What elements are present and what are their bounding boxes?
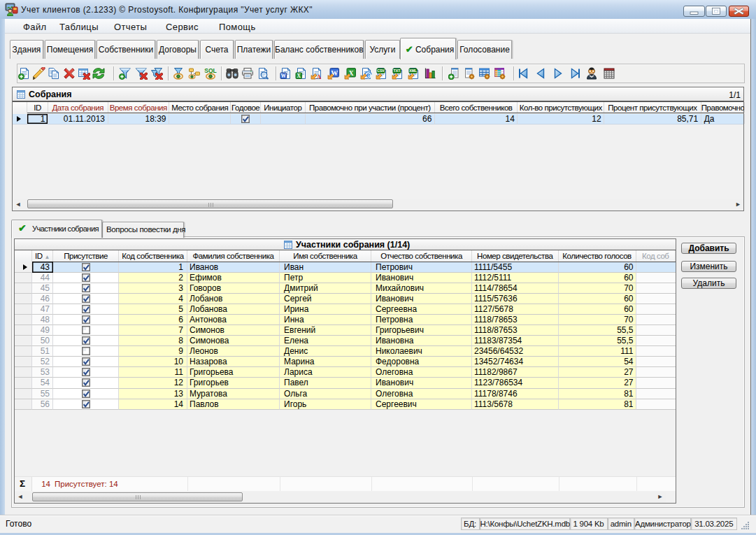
svg-text:X: X [297, 73, 301, 79]
svg-text:XML: XML [409, 69, 418, 73]
svg-text:W: W [280, 73, 286, 79]
svg-text:A: A [317, 73, 322, 80]
svg-text:TXT: TXT [393, 69, 401, 73]
svg-text:CSV: CSV [377, 69, 385, 73]
svg-text:SQL: SQL [204, 67, 216, 74]
